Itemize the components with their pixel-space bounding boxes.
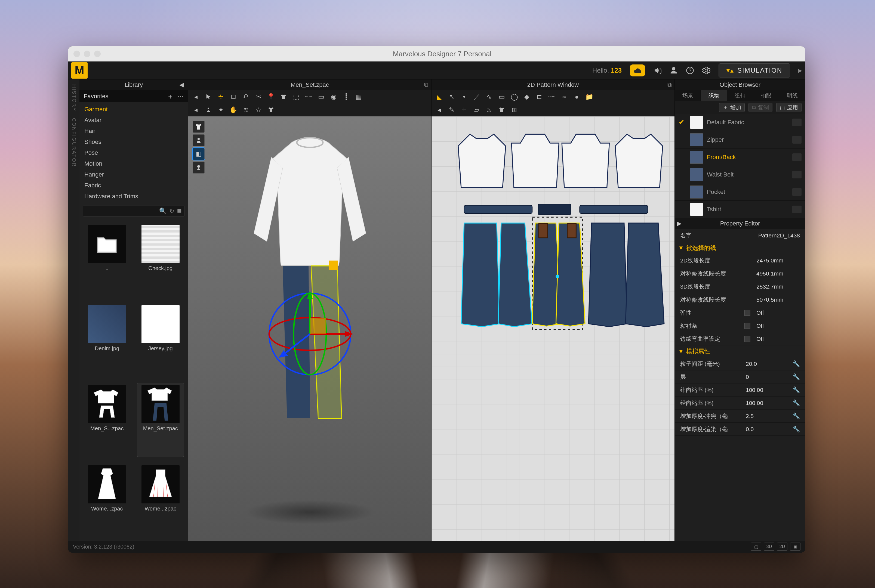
fabric-row[interactable]: Waist Belt bbox=[675, 166, 805, 183]
settings-icon[interactable] bbox=[702, 66, 710, 75]
library-thumbnail[interactable]: .. bbox=[83, 222, 131, 297]
tool-scissors-icon[interactable]: ✂ bbox=[253, 92, 264, 102]
fabric-row[interactable]: Front/Back bbox=[675, 148, 805, 166]
library-thumbnail[interactable]: Wome...zpac bbox=[83, 463, 131, 537]
object-browser-tab[interactable]: 场景 bbox=[675, 90, 701, 101]
tool-2d-steam-icon[interactable]: ♨ bbox=[484, 104, 495, 116]
view-toggle[interactable]: 3D bbox=[764, 543, 774, 551]
tool-2d-symm-icon[interactable]: ⫩ bbox=[459, 104, 470, 116]
app-logo[interactable]: M bbox=[71, 62, 88, 79]
object-browser-tab[interactable]: 纽扣 bbox=[727, 90, 753, 101]
tool-2d-trace-icon[interactable]: ✎ bbox=[446, 104, 457, 116]
wrench-icon[interactable]: 🔧 bbox=[792, 360, 800, 368]
traffic-lights[interactable] bbox=[74, 51, 101, 57]
toggle-icon[interactable] bbox=[744, 336, 750, 342]
property-row[interactable]: 增加厚度-渲染（毫0.0🔧 bbox=[675, 423, 805, 436]
tool-2d-tshirt-icon[interactable] bbox=[496, 104, 507, 116]
library-thumbnail[interactable]: Men_S...zpac bbox=[83, 382, 131, 457]
fabric-row[interactable]: ✔Default Fabric bbox=[675, 114, 805, 131]
add-favorite-icon[interactable]: ＋ bbox=[167, 92, 174, 101]
tool-2d-edit-icon[interactable]: ↖ bbox=[446, 92, 457, 102]
cloud-sync-button[interactable] bbox=[630, 64, 645, 76]
tool-arrange-icon[interactable]: ⬚ bbox=[291, 92, 302, 102]
layer-arrangement-icon[interactable]: ◧ bbox=[193, 148, 205, 160]
library-category[interactable]: Hair bbox=[80, 126, 188, 136]
favorites-row[interactable]: Favorites ＋ ⋯ bbox=[80, 90, 188, 102]
wrench-icon[interactable]: 🔧 bbox=[792, 374, 800, 381]
tool-prev-icon[interactable]: ◂ bbox=[191, 92, 201, 102]
tool-2d-folder-icon[interactable]: 📁 bbox=[584, 92, 595, 102]
popout-icon[interactable]: ⧉ bbox=[424, 81, 429, 88]
view-toggle[interactable]: ▢ bbox=[751, 543, 761, 551]
tool-lasso-icon[interactable] bbox=[240, 92, 251, 102]
tool-tape-icon[interactable]: ▭ bbox=[316, 92, 327, 102]
fabric-row[interactable]: Pocket bbox=[675, 183, 805, 201]
property-row[interactable]: 对称修改线段长度5070.5mm bbox=[675, 293, 805, 306]
tool-2d-misc-icon[interactable]: ⊞ bbox=[509, 104, 520, 116]
object-browser-tab[interactable]: 明线 bbox=[779, 90, 805, 101]
wrench-icon[interactable]: 🔧 bbox=[792, 387, 800, 393]
expand-left-icon[interactable]: ▶ bbox=[677, 220, 681, 227]
property-row[interactable]: 经向缩率 (%)100.00🔧 bbox=[675, 396, 805, 410]
tool-pin-icon[interactable]: 📍 bbox=[266, 92, 276, 102]
property-section-header[interactable]: ▼ 模拟属性 bbox=[675, 345, 805, 357]
view-toggle[interactable]: ▣ bbox=[790, 543, 800, 551]
property-row[interactable]: 纬向缩率 (%)100.00🔧 bbox=[675, 384, 805, 396]
tool-zipper-icon[interactable]: ┋ bbox=[341, 92, 351, 102]
library-thumbnail[interactable]: Wome...zpac bbox=[137, 463, 185, 537]
wrench-icon[interactable]: 🔧 bbox=[792, 412, 800, 420]
library-thumbnail[interactable]: Check.jpg bbox=[137, 222, 185, 297]
property-row[interactable]: 2D线段长度2475.0mm bbox=[675, 254, 805, 267]
library-category[interactable]: Motion bbox=[80, 158, 188, 169]
library-category[interactable]: Shoes bbox=[80, 136, 188, 147]
volume-icon[interactable] bbox=[653, 66, 662, 75]
assign-icon[interactable] bbox=[792, 118, 801, 126]
tool-2d-prev-icon[interactable]: ◂ bbox=[434, 104, 444, 116]
tool-garment-icon[interactable] bbox=[266, 104, 276, 116]
library-thumbnail[interactable]: Denim.jpg bbox=[83, 303, 131, 377]
tool-2d-dart-icon[interactable]: ◆ bbox=[521, 92, 532, 102]
tool-2d-select-icon[interactable]: ◣ bbox=[434, 92, 444, 102]
tool-2d-sewing-icon[interactable]: ⎓ bbox=[559, 92, 570, 102]
search-input[interactable] bbox=[86, 208, 156, 214]
assign-icon[interactable] bbox=[792, 136, 801, 144]
tool-2d-point-icon[interactable]: • bbox=[459, 92, 470, 102]
tool-bone-icon[interactable]: ✦ bbox=[216, 104, 227, 116]
library-category[interactable]: Avatar bbox=[80, 115, 188, 126]
tool-hand-icon[interactable]: ✋ bbox=[228, 104, 239, 116]
property-row[interactable]: 边缘弯曲率设定Off bbox=[675, 332, 805, 345]
property-row[interactable]: 增加厚度-冲突（毫2.5🔧 bbox=[675, 410, 805, 423]
library-thumbnail[interactable]: Men_Set.zpac bbox=[137, 382, 185, 457]
chevron-right-icon[interactable]: ▸ bbox=[798, 66, 802, 75]
object-browser-tab[interactable]: 织物 bbox=[701, 90, 727, 101]
tool-2d-curve-icon[interactable]: ∿ bbox=[484, 92, 495, 102]
refresh-icon[interactable]: ↻ bbox=[169, 207, 174, 214]
tool-tshirt-icon[interactable] bbox=[278, 92, 289, 102]
property-row[interactable]: 弹性Off bbox=[675, 306, 805, 319]
fabric-row[interactable]: Tshirt bbox=[675, 201, 805, 218]
tool-rect-icon[interactable] bbox=[228, 92, 239, 102]
assign-icon[interactable] bbox=[792, 153, 801, 161]
tool-2d-line-icon[interactable]: ／ bbox=[471, 92, 482, 102]
tool-move-icon[interactable] bbox=[216, 92, 227, 102]
property-section-header[interactable]: ▼ 被选择的线 bbox=[675, 242, 805, 254]
list-view-icon[interactable]: ≣ bbox=[177, 207, 182, 214]
toggle-icon[interactable] bbox=[744, 310, 750, 316]
collapse-left-icon[interactable]: ◀ bbox=[176, 80, 187, 90]
history-tab[interactable]: HISTORY bbox=[71, 84, 77, 111]
library-category[interactable]: Hanger bbox=[80, 169, 188, 180]
configurator-tab[interactable]: CONFIGURATOR bbox=[71, 118, 77, 167]
canvas-2d[interactable] bbox=[432, 116, 674, 541]
layer-avatar-icon[interactable] bbox=[193, 134, 205, 146]
library-category[interactable]: Pose bbox=[80, 147, 188, 158]
favorites-menu-icon[interactable]: ⋯ bbox=[178, 93, 184, 100]
property-row[interactable]: 层0🔧 bbox=[675, 370, 805, 384]
assign-icon[interactable] bbox=[792, 206, 801, 213]
tool-2d-fill-icon[interactable]: ● bbox=[571, 92, 582, 102]
tool-2d-iron-icon[interactable]: ▱ bbox=[471, 104, 482, 116]
tool-select-icon[interactable] bbox=[203, 92, 214, 102]
pattern-name-value[interactable]: Pattern2D_1438 bbox=[740, 232, 800, 239]
add-button[interactable]: ＋ 增加 bbox=[719, 103, 745, 112]
account-icon[interactable] bbox=[669, 66, 678, 75]
tool-2d-circle-icon[interactable]: ◯ bbox=[509, 92, 520, 102]
